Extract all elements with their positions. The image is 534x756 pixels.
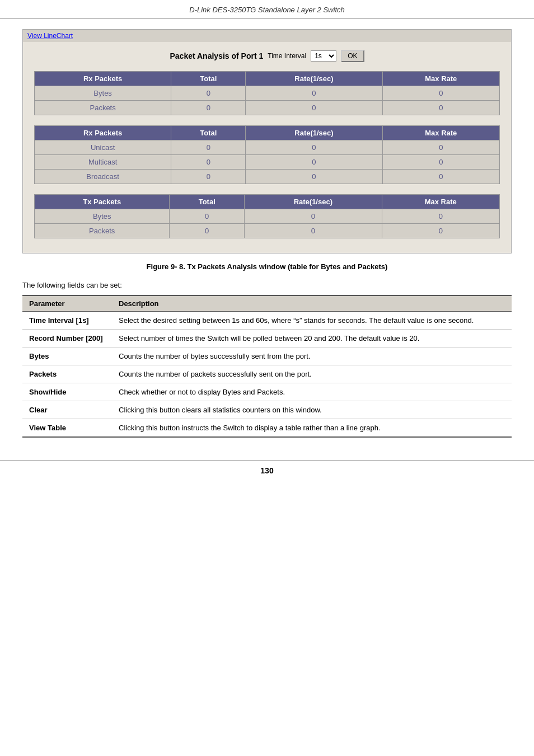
param-name-cell: Clear (22, 401, 112, 419)
param-col2-header: Description (112, 295, 512, 312)
panel-title: Packet Analysis of Port 1 (170, 51, 263, 60)
row-max: 0 (382, 170, 499, 184)
tx-packets-table: Tx Packets Total Rate(1/sec) Max Rate By… (34, 194, 500, 238)
param-table-row: PacketsCounts the number of packets succ… (22, 365, 512, 383)
param-name-cell: Record Number [200] (22, 330, 112, 348)
row-max: 0 (382, 209, 499, 224)
param-desc-cell: Select the desired setting between 1s an… (112, 312, 512, 330)
row-total: 0 (171, 140, 246, 155)
row-total: 0 (170, 224, 245, 238)
param-desc-cell: Select number of times the Switch will b… (112, 330, 512, 348)
row-rate: 0 (245, 209, 382, 224)
row-max: 0 (382, 155, 499, 170)
param-table-row: Show/HideCheck whether or not to display… (22, 383, 512, 401)
col3-header-3: Rate(1/sec) (245, 195, 382, 209)
row-max: 0 (382, 140, 499, 155)
col4-header-2: Max Rate (382, 126, 499, 140)
time-interval-label: Time Interval (268, 52, 306, 60)
param-table-row: View TableClicking this button instructs… (22, 419, 512, 438)
panel: View LineChart Packet Analysis of Port 1… (22, 29, 512, 253)
row-rate: 0 (246, 155, 382, 170)
row-max: 0 (382, 86, 499, 101)
table-row: Bytes 0 0 0 (35, 86, 500, 101)
col2-header-1: Total (171, 72, 246, 86)
col2-header-3: Total (170, 195, 245, 209)
param-desc-cell: Counts the number of packets successfull… (112, 365, 512, 383)
col1-header-3: Tx Packets (35, 195, 170, 209)
col4-header-3: Max Rate (382, 195, 499, 209)
ok-button[interactable]: OK (341, 50, 364, 62)
fields-intro: The following fields can be set: (22, 281, 512, 289)
row-label: Multicast (35, 155, 171, 170)
table-row: Packets 0 0 0 (35, 224, 500, 238)
row-label: Bytes (35, 209, 170, 224)
param-name-cell: Show/Hide (22, 383, 112, 401)
page-header: D-Link DES-3250TG Standalone Layer 2 Swi… (0, 0, 534, 19)
row-label: Broadcast (35, 170, 171, 184)
row-rate: 0 (245, 224, 382, 238)
row-total: 0 (171, 170, 246, 184)
param-table: Parameter Description Time Interval [1s]… (22, 295, 512, 438)
header-title: D-Link DES-3250TG Standalone Layer 2 Swi… (189, 6, 344, 14)
page-footer: 130 (0, 460, 534, 478)
col2-header-2: Total (171, 126, 246, 140)
panel-top-row: Packet Analysis of Port 1 Time Interval … (34, 50, 500, 62)
col1-header-2: Rx Packets (35, 126, 171, 140)
row-label: Packets (35, 224, 170, 238)
page-number: 130 (260, 466, 273, 475)
table-header-row-3: Tx Packets Total Rate(1/sec) Max Rate (35, 195, 500, 209)
param-desc-cell: Clicking this button clears all statisti… (112, 401, 512, 419)
row-rate: 0 (246, 101, 382, 115)
param-name-cell: Time Interval [1s] (22, 312, 112, 330)
row-max: 0 (382, 101, 499, 115)
panel-body: Packet Analysis of Port 1 Time Interval … (23, 42, 511, 253)
main-content: View LineChart Packet Analysis of Port 1… (0, 19, 534, 449)
row-label: Packets (35, 101, 171, 115)
rx-unicast-table: Rx Packets Total Rate(1/sec) Max Rate Un… (34, 125, 500, 184)
panel-titlebar[interactable]: View LineChart (23, 30, 511, 42)
row-rate: 0 (246, 140, 382, 155)
param-desc-cell: Check whether or not to display Bytes an… (112, 383, 512, 401)
table-row: Multicast 0 0 0 (35, 155, 500, 170)
col3-header-2: Rate(1/sec) (246, 126, 382, 140)
row-total: 0 (171, 101, 246, 115)
figure-caption: Figure 9- 8. Tx Packets Analysis window … (22, 262, 512, 271)
table-row: Packets 0 0 0 (35, 101, 500, 115)
table-row: Broadcast 0 0 0 (35, 170, 500, 184)
col1-header-1: Rx Packets (35, 72, 171, 86)
param-table-row: Time Interval [1s]Select the desired set… (22, 312, 512, 330)
time-interval-select[interactable]: 1s 5s 10s 30s 60s (311, 50, 336, 62)
param-table-row: Record Number [200]Select number of time… (22, 330, 512, 348)
row-total: 0 (171, 155, 246, 170)
row-rate: 0 (246, 170, 382, 184)
param-name-cell: View Table (22, 419, 112, 438)
col3-header-1: Rate(1/sec) (246, 72, 382, 86)
param-table-row: BytesCounts the number of bytes successf… (22, 348, 512, 365)
param-desc-cell: Clicking this button instructs the Switc… (112, 419, 512, 438)
param-name-cell: Packets (22, 365, 112, 383)
table-header-row-2: Rx Packets Total Rate(1/sec) Max Rate (35, 126, 500, 140)
row-max: 0 (382, 224, 499, 238)
row-total: 0 (171, 86, 246, 101)
col4-header-1: Max Rate (382, 72, 499, 86)
param-col1-header: Parameter (22, 295, 112, 312)
table-row: Bytes 0 0 0 (35, 209, 500, 224)
param-table-row: ClearClicking this button clears all sta… (22, 401, 512, 419)
rx-bytes-packets-table: Rx Packets Total Rate(1/sec) Max Rate By… (34, 71, 500, 115)
row-total: 0 (170, 209, 245, 224)
row-label: Unicast (35, 140, 171, 155)
row-label: Bytes (35, 86, 171, 101)
table-header-row-1: Rx Packets Total Rate(1/sec) Max Rate (35, 72, 500, 86)
param-name-cell: Bytes (22, 348, 112, 365)
param-desc-cell: Counts the number of bytes successfully … (112, 348, 512, 365)
table-row: Unicast 0 0 0 (35, 140, 500, 155)
row-rate: 0 (246, 86, 382, 101)
